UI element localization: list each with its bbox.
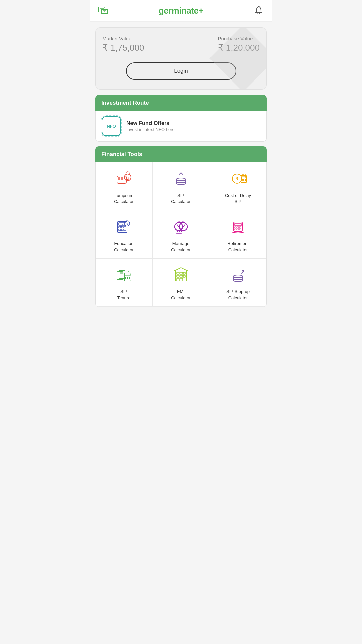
svg-rect-38 [118, 221, 127, 233]
svg-rect-85 [180, 272, 183, 274]
nfo-badge-text: NFO [107, 124, 116, 129]
svg-rect-8 [118, 177, 120, 179]
svg-rect-42 [124, 226, 126, 228]
svg-point-13 [126, 178, 127, 179]
svg-rect-63 [239, 229, 241, 230]
app-header: germinate+ [90, 0, 272, 22]
education-calculator-cell[interactable]: ₹ ₹ EducationCalculator [96, 210, 153, 258]
portfolio-card: Market Value ₹ 1,75,000 Purchase Value ₹… [95, 27, 267, 90]
svg-rect-84 [177, 272, 179, 274]
svg-rect-86 [183, 272, 185, 274]
bell-icon [254, 6, 263, 16]
login-button[interactable]: Login [126, 62, 236, 80]
marriage-calculator-label: MarriageCalculator [171, 240, 191, 253]
logo-text: germinate [159, 6, 199, 16]
market-value-label: Market Value [102, 36, 144, 41]
notification-button[interactable] [253, 5, 265, 17]
education-icon: ₹ ₹ [114, 217, 134, 237]
svg-rect-74 [127, 277, 128, 278]
purchase-value-amount: ₹ 1,20,000 [218, 43, 260, 53]
emi-calculator-label: EMICalculator [171, 289, 191, 301]
svg-rect-91 [180, 278, 183, 281]
investment-route-header: Investment Route [95, 95, 267, 111]
svg-rect-43 [119, 229, 121, 231]
financial-tools-header: Financial Tools [95, 146, 267, 162]
svg-rect-75 [129, 277, 130, 278]
svg-rect-41 [121, 226, 123, 228]
sip-calculator-label: SIPCalculator [171, 193, 191, 205]
tools-grid: LumpsumCalculator SIPCalc [95, 162, 267, 307]
svg-rect-88 [180, 275, 183, 277]
svg-rect-11 [121, 180, 123, 181]
purchase-value-item: Purchase Value ₹ 1,20,000 [218, 36, 260, 53]
svg-rect-59 [237, 227, 239, 228]
svg-rect-89 [183, 275, 185, 277]
emi-icon [171, 265, 191, 285]
sip-stepup-calculator-cell[interactable]: SIP Step-upCalculator [209, 259, 266, 307]
svg-rect-45 [124, 229, 126, 231]
purchase-value-label: Purchase Value [218, 36, 260, 41]
svg-text:₹: ₹ [122, 224, 123, 226]
svg-rect-62 [237, 229, 239, 230]
nfo-badge: NFO [102, 116, 121, 136]
emi-calculator-cell[interactable]: EMICalculator [153, 259, 209, 307]
sip-calculator-cell[interactable]: SIPCalculator [153, 162, 209, 210]
svg-rect-53 [177, 231, 178, 232]
svg-rect-33 [245, 180, 246, 181]
marriage-icon [171, 217, 191, 237]
svg-rect-27 [242, 176, 246, 178]
nfo-subtitle: Invest in latest NFO here [126, 127, 175, 132]
svg-rect-73 [125, 277, 126, 278]
sip-tenure-label: SIPTenure [117, 289, 131, 301]
svg-rect-44 [121, 229, 123, 231]
financial-tools-section: Financial Tools [95, 146, 267, 307]
svg-rect-28 [242, 179, 243, 180]
market-value-amount: ₹ 1,75,000 [102, 43, 144, 53]
sip-calculator-icon [171, 169, 191, 189]
app-logo: germinate+ [159, 6, 203, 16]
retirement-calculator-cell[interactable]: RetirementCalculator [209, 210, 266, 258]
svg-rect-76 [125, 278, 126, 279]
svg-rect-90 [177, 278, 179, 281]
svg-marker-92 [174, 268, 188, 271]
cost-of-delay-icon: ₹ [228, 169, 248, 189]
chat-icon [98, 5, 109, 16]
cost-of-delay-sip-label: Cost of DelaySIP [225, 193, 251, 205]
svg-point-14 [128, 178, 129, 179]
nfo-item[interactable]: NFO New Fund Offers Invest in latest NFO… [95, 111, 267, 142]
svg-rect-40 [119, 226, 121, 228]
retirement-icon [228, 217, 248, 237]
svg-rect-30 [245, 179, 246, 180]
svg-rect-32 [243, 180, 244, 181]
svg-rect-78 [129, 278, 130, 279]
svg-rect-10 [118, 180, 120, 181]
svg-rect-29 [243, 179, 244, 180]
nfo-title: New Fund Offers [126, 120, 175, 126]
cost-of-delay-sip-cell[interactable]: ₹ Cost of DelaySIP [209, 162, 266, 210]
marriage-calculator-cell[interactable]: MarriageCalculator [153, 210, 209, 258]
svg-rect-87 [177, 275, 179, 277]
svg-text:₹: ₹ [236, 176, 239, 181]
lumpsum-calculator-cell[interactable]: LumpsumCalculator [96, 162, 153, 210]
lumpsum-calculator-label: LumpsumCalculator [114, 193, 134, 205]
svg-rect-60 [239, 227, 241, 228]
investment-route-title: Investment Route [101, 100, 149, 106]
svg-rect-9 [121, 177, 123, 179]
sip-tenure-cell[interactable]: SIPTenure [96, 259, 153, 307]
svg-rect-31 [242, 180, 243, 181]
svg-text:₹: ₹ [126, 222, 128, 225]
financial-tools-title: Financial Tools [101, 151, 142, 157]
svg-rect-57 [235, 223, 241, 226]
sip-stepup-calculator-label: SIP Step-upCalculator [226, 289, 250, 301]
svg-rect-77 [127, 278, 128, 279]
svg-rect-54 [179, 231, 180, 232]
sip-stepup-icon [228, 265, 248, 285]
chat-button[interactable] [97, 5, 109, 17]
lumpsum-icon [114, 169, 134, 189]
education-calculator-label: EducationCalculator [114, 240, 134, 253]
retirement-calculator-label: RetirementCalculator [227, 240, 249, 253]
svg-rect-58 [235, 227, 236, 228]
logo-plus: + [199, 6, 204, 16]
market-value-item: Market Value ₹ 1,75,000 [102, 36, 144, 53]
sip-tenure-icon [114, 265, 134, 285]
